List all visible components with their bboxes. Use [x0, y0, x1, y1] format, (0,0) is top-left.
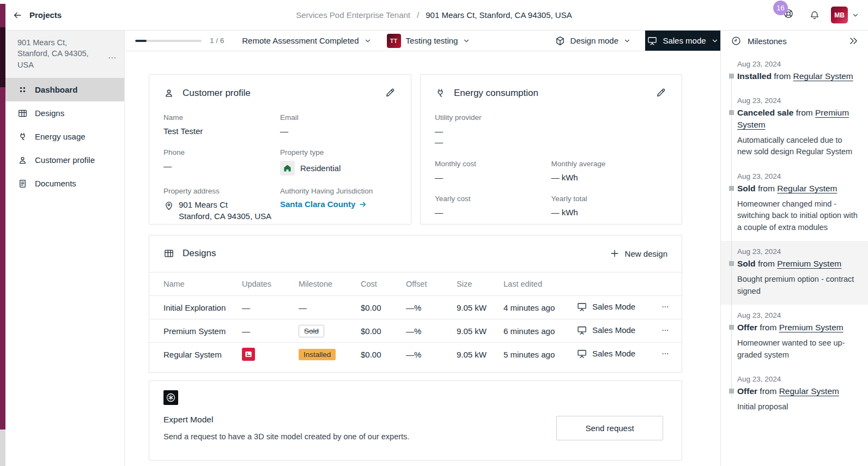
sidebar-item-documents[interactable]: Documents: [5, 172, 124, 195]
row-menu-button[interactable]: [661, 302, 670, 311]
milestone-design-link[interactable]: Regular System: [777, 184, 837, 193]
sidebar-item-energy-usage[interactable]: Energy usage: [5, 125, 124, 148]
property-type-label: Property type: [280, 148, 397, 156]
sales-mode-button[interactable]: Sales mode: [645, 31, 720, 51]
design-offset: —%: [406, 343, 457, 366]
customer-icon: [17, 155, 28, 165]
sold-badge: Sold: [299, 325, 324, 337]
design-last-edited: 5 minutes ago: [503, 343, 576, 366]
milestone-title: Installed from Regular System: [737, 70, 858, 82]
design-row[interactable]: Regular System Installed $0.00 —% 9.05 k…: [149, 343, 683, 366]
user-menu[interactable]: MB: [831, 7, 859, 23]
milestone-title: Sold from Premium System: [737, 258, 858, 270]
milestone-date: Aug 23, 2024: [737, 172, 858, 180]
monthly-average-label: Monthly average: [551, 160, 668, 168]
milestone-progress-bar: [135, 40, 202, 42]
design-row[interactable]: Premium System — Sold $0.00 —% 9.05 kW 6…: [149, 319, 683, 343]
energy-consumption-card: Energy consumption Utility provider — — …: [420, 74, 682, 225]
chevron-down-icon: [852, 11, 859, 19]
notification-count-badge[interactable]: 16: [773, 1, 788, 15]
design-mode-label: Design mode: [570, 36, 618, 45]
milestone-bullet-icon: [729, 110, 734, 115]
designs-icon: [17, 108, 28, 118]
avatar[interactable]: MB: [831, 7, 848, 23]
column-header-cost: Cost: [361, 273, 406, 296]
sidebar-item-customer-profile[interactable]: Customer profile: [5, 148, 124, 172]
milestone-entry: Aug 23, 2024 Canceled sale from Premium …: [721, 90, 868, 166]
sidebar-item-designs[interactable]: Designs: [5, 101, 124, 125]
window-edge-strip: [0, 27, 5, 87]
breadcrumb: Services Pod Enterprise Tenant / 901 Mea…: [296, 10, 572, 20]
row-menu-button[interactable]: [661, 326, 670, 335]
property-address-line2: Stanford, CA 94305, USA: [179, 211, 271, 222]
milestone-bullet-icon: [729, 389, 734, 394]
milestone-entry: Aug 23, 2024 Installed from Regular Syst…: [721, 53, 868, 90]
milestone-stage-dropdown[interactable]: Remote Assessment Completed: [242, 36, 371, 45]
edit-energy-button[interactable]: [655, 87, 667, 99]
sidebar-item-dashboard[interactable]: Dashboard: [5, 78, 124, 101]
utility-provider-value-line1: —: [435, 126, 667, 137]
plus-icon: [609, 248, 620, 259]
chevron-down-icon: [711, 37, 719, 45]
design-row[interactable]: Initial Exploration — — $0.00 —% 9.05 kW…: [149, 296, 683, 319]
design-last-edited: 4 minutes ago: [503, 296, 576, 319]
design-mode-button[interactable]: Design mode: [555, 35, 631, 46]
back-to-projects-button[interactable]: Projects: [12, 10, 62, 21]
ahj-link[interactable]: Santa Clara County: [280, 199, 367, 209]
column-header-offset: Offset: [406, 273, 457, 296]
column-header-last-edited: Last edited: [503, 273, 576, 296]
notifications-bell-button[interactable]: [809, 10, 820, 21]
yearly-total-value: — kWh: [551, 207, 668, 218]
project-address-text: 901 Mears Ct, Stanford, CA 94305, USA: [17, 37, 99, 70]
dots-menu-icon: [661, 349, 670, 358]
window-edge-strip: [0, 4, 5, 27]
row-sales-mode-button[interactable]: Sales Mode: [576, 301, 635, 312]
milestone-design-link[interactable]: Premium System: [779, 323, 843, 332]
row-sales-mode-button[interactable]: Sales Mode: [576, 325, 635, 336]
monthly-cost-value: —: [435, 172, 551, 183]
breadcrumb-project: 901 Mears Ct, Stanford, CA 94305, USA: [426, 10, 572, 20]
row-menu-button[interactable]: [661, 349, 670, 358]
design-offset: —%: [406, 319, 457, 343]
window-edge-strip: [0, 429, 5, 466]
milestones-panel: Milestones Aug 23, 2024 Installed from R…: [720, 31, 868, 466]
milestone-date: Aug 23, 2024: [737, 96, 858, 105]
milestones-title: Milestones: [748, 37, 787, 46]
expert-model-card: Expert Model Send a request to have a 3D…: [149, 380, 682, 461]
new-design-button[interactable]: New design: [609, 248, 667, 259]
collapse-panel-button[interactable]: [848, 35, 859, 46]
milestone-design-link[interactable]: Regular System: [779, 386, 839, 396]
property-address-label: Property address: [163, 187, 280, 195]
dots-menu-icon: [661, 326, 670, 335]
edit-customer-profile-button[interactable]: [385, 87, 397, 99]
team-name: Testing testing: [406, 36, 458, 45]
milestone-bullet-icon: [729, 261, 734, 266]
column-header-updates: Updates: [242, 273, 299, 296]
design-cost: $0.00: [361, 343, 406, 366]
arrow-right-icon: [359, 200, 367, 209]
project-sidebar: 901 Mears Ct, Stanford, CA 94305, USA ..…: [5, 31, 125, 466]
row-sales-mode-button[interactable]: Sales Mode: [576, 348, 635, 359]
column-header-name: Name: [149, 273, 242, 296]
milestone-description: Homeowner changed mind - switching back …: [737, 198, 858, 233]
email-label: Email: [280, 113, 397, 122]
window-edge-strip: [0, 87, 5, 429]
send-request-button[interactable]: Send request: [556, 416, 663, 440]
project-more-button[interactable]: ...: [108, 37, 117, 70]
milestone-entry: Aug 23, 2024 Sold from Premium System Bo…: [721, 241, 868, 305]
design-name: Regular System: [149, 343, 242, 366]
presentation-icon: [576, 325, 587, 336]
breadcrumb-tenant[interactable]: Services Pod Enterprise Tenant: [296, 10, 410, 20]
milestone-design-link[interactable]: Regular System: [793, 71, 853, 81]
design-update-image-badge[interactable]: [242, 348, 255, 361]
designs-title: Designs: [183, 248, 216, 259]
design-updates: [242, 343, 299, 366]
person-icon: [163, 88, 174, 99]
milestone-description: Initial proposal: [737, 401, 858, 413]
topbar-actions: 16 MB: [783, 7, 868, 23]
design-milestone: Installed: [299, 343, 361, 366]
team-dropdown[interactable]: TT Testing testing: [387, 34, 471, 48]
milestone-date: Aug 23, 2024: [737, 375, 858, 383]
ahj-label: Authority Having Jurisdiction: [280, 187, 397, 195]
milestone-design-link[interactable]: Premium System: [777, 259, 841, 268]
